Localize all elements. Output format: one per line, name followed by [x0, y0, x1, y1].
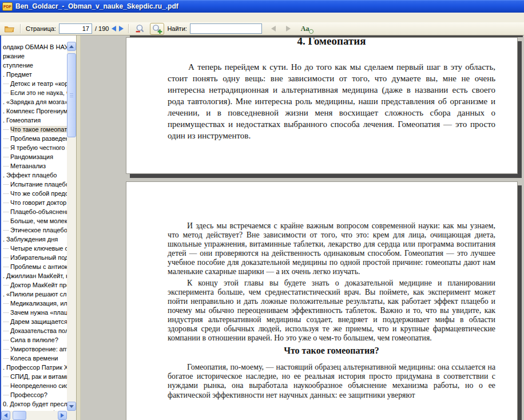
toc-item[interactable]: ржание — [2, 51, 68, 61]
toc-item[interactable]: Проблемы с антиокс — [2, 262, 68, 271]
toc-item[interactable]: Профессор? — [2, 390, 68, 399]
scroll-up-button[interactable] — [67, 42, 76, 51]
toc-panel: олдакр ОБМАН В НАУК ржание ступление . П… — [1, 35, 76, 420]
open-folder-icon[interactable] — [3, 24, 15, 33]
tree-branch — [3, 156, 9, 157]
toc-item[interactable]: Что же собой предст — [2, 189, 68, 198]
tree-branch — [3, 376, 9, 377]
zoom-in-icon — [152, 24, 162, 34]
toc-tree: олдакр ОБМАН В НАУК ржание ступление . П… — [2, 42, 68, 411]
toc-item[interactable]: . Гомеопатия — [2, 116, 68, 125]
tree-branch — [3, 266, 9, 267]
toc-item[interactable]: 0. Доктор будет пресл — [2, 399, 68, 409]
scroll-left-button[interactable] — [1, 411, 10, 420]
toolbar: Страница: / 190 Найти: Aa — [0, 22, 524, 35]
tree-branch — [3, 165, 9, 167]
left-arrow-icon — [4, 413, 7, 418]
tree-branch — [3, 211, 9, 212]
up-arrow-icon — [69, 45, 74, 48]
tree-branch — [3, 83, 9, 84]
toc-item[interactable]: Неопределенно сист — [2, 381, 68, 390]
toc-item[interactable]: . Джиллиан МакКейт, н — [2, 271, 68, 280]
scroll-right-button[interactable] — [58, 411, 67, 420]
zoom-in-button[interactable] — [150, 23, 164, 35]
tree-branch — [3, 92, 9, 93]
tree-branch — [3, 202, 9, 203]
toc-item[interactable]: Четыре ключевые о — [2, 244, 68, 253]
main-area: олдакр ОБМАН В НАУК ржание ступление . П… — [0, 35, 524, 420]
toc-item[interactable]: олдакр ОБМАН В НАУК — [2, 42, 68, 51]
tree-branch — [3, 284, 9, 286]
tree-branch — [3, 193, 9, 194]
toc-item[interactable]: . «Пилюли решают сло — [2, 290, 68, 299]
toc-item[interactable]: Зачем нужна «плаце — [2, 308, 68, 317]
toc-item[interactable]: Испытание плацебо — [2, 180, 68, 189]
page-number-input[interactable] — [59, 23, 92, 34]
menu-item[interactable] — [47, 17, 57, 18]
page-paragraph: К концу этой главы вы будете знать о док… — [168, 279, 495, 343]
tree-branch — [3, 394, 9, 395]
toc-item[interactable]: Больше, чем молекул — [2, 216, 68, 225]
previous-page-icon[interactable] — [112, 26, 116, 31]
tree-branch — [3, 339, 9, 340]
toc-item[interactable]: . Комплекс Прогениум Х — [2, 106, 68, 116]
toc-item[interactable]: Колеса времени — [2, 354, 68, 363]
toc-item[interactable]: Что говорит доктор — [2, 198, 68, 207]
toc-item[interactable]: . Предмет — [2, 70, 68, 79]
toc-item[interactable]: Избирательный подх — [2, 253, 68, 262]
toc-item[interactable]: Сила в пилюле? — [2, 335, 68, 344]
toc-item[interactable]: . Профессор Патрик Хо — [2, 363, 68, 372]
zoom-out-icon[interactable] — [134, 23, 147, 34]
toc-item[interactable]: Я требую честного и — [2, 143, 68, 152]
toc-item[interactable]: Дарем защищается — [2, 317, 68, 326]
tree-branch — [3, 330, 9, 331]
toc-item[interactable]: Плацебо-объяснения — [2, 207, 68, 216]
scrollbar-corner — [67, 411, 76, 420]
tree-branch — [3, 312, 9, 313]
toc-item[interactable]: Детокс и театр «кор — [2, 79, 68, 88]
toc-item[interactable]: . Эффект плацебо — [2, 171, 68, 180]
scroll-down-button[interactable] — [67, 402, 76, 411]
find-previous-icon[interactable] — [271, 26, 276, 31]
find-label: Найти: — [167, 25, 186, 32]
titlebar[interactable]: PDF Ben_Goldacr_-_Obman_v_nauke_Skepdic.… — [0, 0, 524, 13]
toc-item[interactable]: Доктор МакКейт про — [2, 280, 68, 290]
pdf-page-17: 4. Гомеопатия А теперь перейдем к сути. … — [126, 37, 518, 174]
tree-branch — [3, 147, 9, 148]
toc-item[interactable]: . Заблуждения дня — [2, 235, 68, 244]
tree-branch — [3, 220, 9, 221]
toc-item[interactable]: Этическое плацебо? — [2, 225, 68, 235]
tree-branch — [3, 184, 9, 185]
toc-item[interactable]: ступление — [2, 61, 68, 70]
menu-item[interactable] — [38, 17, 47, 18]
tree-branch — [3, 385, 9, 386]
section-heading: Что такое гомеопатия? — [168, 345, 495, 356]
menu-item[interactable] — [20, 17, 29, 18]
horizontal-scroll-thumb[interactable] — [13, 411, 26, 420]
menu-item[interactable] — [29, 17, 38, 18]
menu-item[interactable] — [11, 17, 20, 18]
vertical-scroll-thumb[interactable] — [67, 53, 76, 137]
toc-item[interactable]: . «Зарядка для мозга» — [2, 97, 68, 106]
toc-item[interactable]: Доказательства пол — [2, 326, 68, 335]
match-case-icon[interactable]: Aa — [301, 25, 313, 33]
toc-item[interactable]: Что такое гомеопати — [2, 125, 68, 134]
find-next-icon[interactable] — [286, 26, 291, 31]
toc-item[interactable]: СПИД, рак и витамин — [2, 372, 68, 381]
toc-item[interactable]: Умиротворение: апт — [2, 344, 68, 354]
toc-item[interactable]: Если это не наука, ч — [2, 88, 68, 97]
panel-separator[interactable] — [76, 35, 81, 420]
menu-item[interactable] — [2, 17, 11, 18]
toc-item[interactable]: Медикализация, или — [2, 299, 68, 308]
sidebar-vertical-scrollbar[interactable] — [67, 42, 76, 411]
toc-item[interactable]: Проблема разведени — [2, 134, 68, 143]
document-canvas[interactable]: 4. Гомеопатия А теперь перейдем к сути. … — [81, 35, 524, 420]
tree-branch — [3, 257, 9, 258]
tree-branch — [3, 248, 9, 249]
tree-branch — [3, 358, 9, 359]
sidebar-horizontal-scrollbar[interactable] — [1, 411, 67, 420]
toc-item[interactable]: Метаанализ — [2, 161, 68, 171]
find-input[interactable] — [190, 23, 262, 34]
toc-item[interactable]: Рандомизация — [2, 152, 68, 161]
next-page-icon[interactable] — [119, 26, 124, 31]
